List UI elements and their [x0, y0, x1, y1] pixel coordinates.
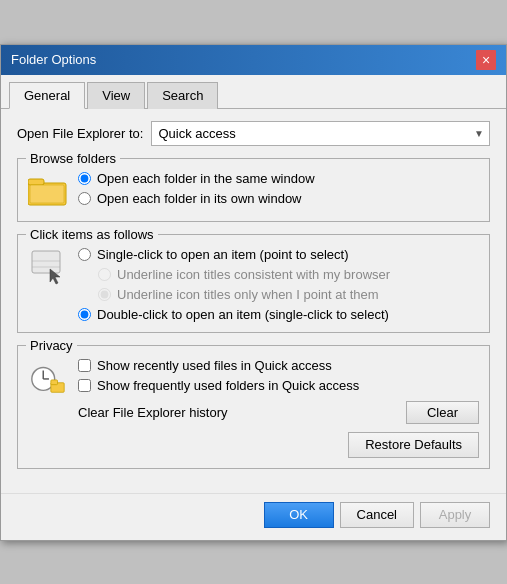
tab-bar: General View Search	[1, 75, 506, 109]
open-explorer-row: Open File Explorer to: Quick access This…	[17, 121, 490, 146]
checkbox-recent-files[interactable]: Show recently used files in Quick access	[78, 358, 479, 373]
tab-search[interactable]: Search	[147, 82, 218, 109]
dialog-footer: OK Cancel Apply	[1, 493, 506, 540]
radio-double-click-label: Double-click to open an item (single-cli…	[97, 307, 389, 322]
radio-underline-point[interactable]: Underline icon titles only when I point …	[98, 287, 390, 302]
radio-same-window-input[interactable]	[78, 172, 91, 185]
click-items-legend: Click items as follows	[26, 227, 158, 242]
tab-general[interactable]: General	[9, 82, 85, 109]
checkbox-frequent-folders-input[interactable]	[78, 379, 91, 392]
radio-double-click[interactable]: Double-click to open an item (single-cli…	[78, 307, 390, 322]
click-items-inner: Single-click to open an item (point to s…	[28, 243, 479, 322]
privacy-section: Privacy	[17, 345, 490, 469]
radio-own-window[interactable]: Open each folder in its own window	[78, 191, 315, 206]
radio-double-click-input[interactable]	[78, 308, 91, 321]
radio-own-window-input[interactable]	[78, 192, 91, 205]
svg-rect-3	[32, 251, 60, 273]
cursor-svg-icon	[28, 247, 68, 287]
privacy-clear-row: Clear File Explorer history Clear	[78, 401, 479, 424]
folder-options-dialog: Folder Options × General View Search Ope…	[0, 44, 507, 541]
checkbox-frequent-folders-label: Show frequently used folders in Quick ac…	[97, 378, 359, 393]
clock-svg-icon	[28, 357, 68, 399]
radio-underline-browser-input[interactable]	[98, 268, 111, 281]
privacy-legend: Privacy	[26, 338, 77, 353]
open-explorer-label: Open File Explorer to:	[17, 126, 143, 141]
window-title: Folder Options	[11, 52, 96, 67]
radio-same-window[interactable]: Open each folder in the same window	[78, 171, 315, 186]
radio-underline-browser-label: Underline icon titles consistent with my…	[117, 267, 390, 282]
close-button[interactable]: ×	[476, 50, 496, 70]
svg-rect-2	[30, 185, 64, 203]
checkbox-frequent-folders[interactable]: Show frequently used folders in Quick ac…	[78, 378, 479, 393]
radio-underline-browser[interactable]: Underline icon titles consistent with my…	[98, 267, 390, 282]
svg-rect-11	[51, 379, 58, 384]
browse-folders-radio-group: Open each folder in the same window Open…	[78, 171, 315, 206]
click-icon	[28, 247, 68, 287]
radio-same-window-label: Open each folder in the same window	[97, 171, 315, 186]
browse-folders-legend: Browse folders	[26, 151, 120, 166]
cancel-button[interactable]: Cancel	[340, 502, 414, 528]
ok-button[interactable]: OK	[264, 502, 334, 528]
browse-folders-inner: Open each folder in the same window Open…	[28, 167, 479, 211]
privacy-options: Show recently used files in Quick access…	[78, 358, 479, 424]
title-bar: Folder Options ×	[1, 45, 506, 75]
browse-folders-section: Browse folders Open each folder in the s…	[17, 158, 490, 222]
folder-svg-icon	[28, 175, 68, 207]
radio-underline-point-label: Underline icon titles only when I point …	[117, 287, 379, 302]
open-explorer-select-wrapper: Quick access This PC	[151, 121, 490, 146]
radio-single-click[interactable]: Single-click to open an item (point to s…	[78, 247, 390, 262]
radio-own-window-label: Open each folder in its own window	[97, 191, 302, 206]
tab-view[interactable]: View	[87, 82, 145, 109]
clear-button[interactable]: Clear	[406, 401, 479, 424]
open-explorer-select[interactable]: Quick access This PC	[151, 121, 490, 146]
radio-single-click-input[interactable]	[78, 248, 91, 261]
apply-button[interactable]: Apply	[420, 502, 490, 528]
folder-icon	[28, 171, 68, 211]
click-items-radio-group: Single-click to open an item (point to s…	[78, 247, 390, 322]
clear-history-label: Clear File Explorer history	[78, 405, 228, 420]
privacy-inner: Show recently used files in Quick access…	[28, 354, 479, 424]
checkbox-recent-files-input[interactable]	[78, 359, 91, 372]
restore-row: Restore Defaults	[28, 432, 479, 458]
radio-underline-point-input[interactable]	[98, 288, 111, 301]
privacy-icon	[28, 358, 68, 398]
svg-rect-1	[28, 179, 44, 185]
restore-defaults-button[interactable]: Restore Defaults	[348, 432, 479, 458]
dialog-content: Open File Explorer to: Quick access This…	[1, 109, 506, 493]
checkbox-recent-files-label: Show recently used files in Quick access	[97, 358, 332, 373]
click-items-section: Click items as follows Single-cl	[17, 234, 490, 333]
radio-single-click-label: Single-click to open an item (point to s…	[97, 247, 348, 262]
